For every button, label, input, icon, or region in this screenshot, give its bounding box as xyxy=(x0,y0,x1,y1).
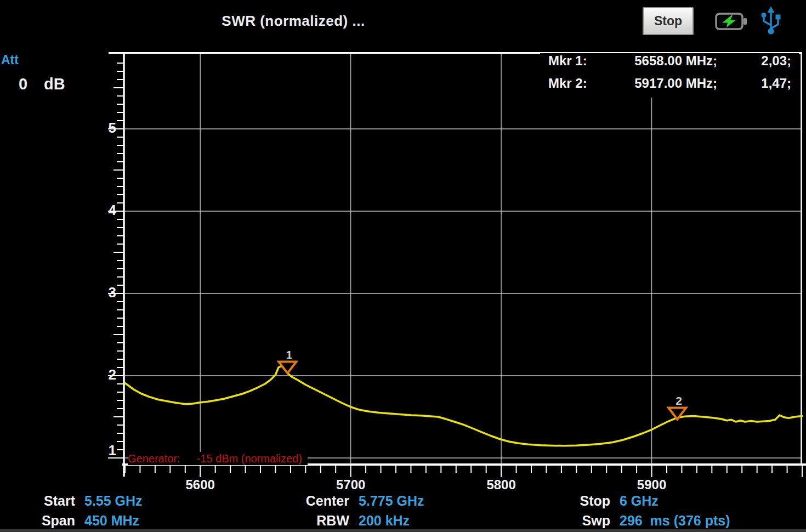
battery-charging-icon xyxy=(714,11,748,34)
stop-freq-value[interactable]: 6 GHz xyxy=(620,493,730,509)
statusbar-column-center-rbw: Center 5.775 GHz RBW 200 kHz xyxy=(241,493,424,529)
marker-1-frequency: 5658.00 MHz; xyxy=(609,53,717,69)
y-tick-label-1: 1 xyxy=(92,442,116,459)
analyzer-screen: 12 SWR (normalized) ... Stop Att 0 dB xyxy=(0,0,806,532)
statusbar-column-start-span: Start 5.55 GHz Span 450 MHz xyxy=(0,493,143,529)
swr-trace xyxy=(125,366,802,446)
x-tick-label-5700: 5700 xyxy=(328,477,374,493)
x-tick-label-5600: 5600 xyxy=(177,477,223,493)
generator-value: -15 dBm (normalized) xyxy=(197,452,302,465)
y-tick-label-2: 2 xyxy=(92,366,116,383)
marker-readout: Mkr 1: 5658.00 MHz; 2,03; Mkr 2: 5917.00… xyxy=(548,52,791,93)
usb-icon xyxy=(758,4,784,38)
sweep-value[interactable]: 296 ms (376 pts) xyxy=(620,513,730,529)
stop-freq-label: Stop xyxy=(536,493,610,509)
start-label: Start xyxy=(0,493,75,509)
marker-readout-row-1: Mkr 1: 5658.00 MHz; 2,03; xyxy=(548,52,791,70)
span-value[interactable]: 450 MHz xyxy=(84,513,143,529)
start-value[interactable]: 5.55 GHz xyxy=(84,493,143,509)
marker-readout-row-2: Mkr 2: 5917.00 MHz; 1,47; xyxy=(548,74,791,93)
marker-2-name: Mkr 2: xyxy=(548,76,609,91)
y-tick-label-5: 5 xyxy=(92,120,116,137)
svg-text:2: 2 xyxy=(676,394,682,407)
sweep-label: Swp xyxy=(536,513,610,529)
generator-annotation: Generator: -15 dBm (normalized) xyxy=(128,452,308,465)
span-label: Span xyxy=(0,513,75,529)
svg-text:1: 1 xyxy=(286,348,293,361)
statusbar-column-stop-swp: Stop 6 GHz Swp 296 ms (376 pts) xyxy=(536,493,730,529)
x-tick-label-5800: 5800 xyxy=(478,477,524,493)
marker-2-value: 1,47; xyxy=(717,76,791,91)
marker-1-symbol[interactable]: 1 xyxy=(279,348,296,373)
window-bottom-edge xyxy=(0,529,806,532)
y-tick-label-4: 4 xyxy=(92,202,116,219)
marker-1-name: Mkr 1: xyxy=(548,53,609,69)
generator-label: Generator: xyxy=(128,452,180,465)
y-tick-label-3: 3 xyxy=(92,284,116,301)
x-tick-label-5900: 5900 xyxy=(629,477,675,493)
attenuator-label: Att xyxy=(1,53,19,67)
rbw-value[interactable]: 200 kHz xyxy=(359,513,424,529)
center-label: Center xyxy=(241,493,349,509)
marker-2-symbol[interactable]: 2 xyxy=(668,394,686,420)
rbw-label: RBW xyxy=(241,513,349,529)
center-value[interactable]: 5.775 GHz xyxy=(359,493,424,509)
attenuator-value: 0 xyxy=(19,75,27,93)
marker-1-value: 2,03; xyxy=(717,53,791,69)
attenuator-unit: dB xyxy=(44,75,65,93)
page-title: SWR (normalized) ... xyxy=(164,13,422,30)
stop-button[interactable]: Stop xyxy=(643,7,694,35)
marker-2-frequency: 5917.00 MHz; xyxy=(609,76,717,91)
